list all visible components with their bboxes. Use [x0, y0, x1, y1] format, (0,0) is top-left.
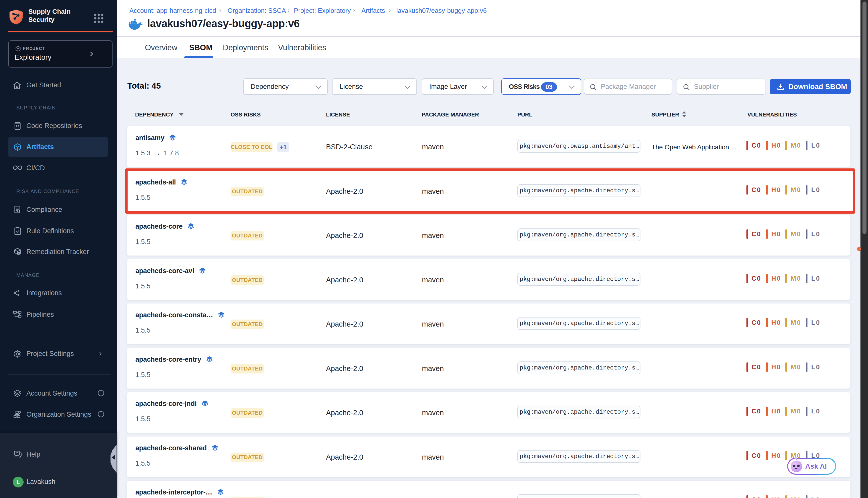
- svg-text:?: ?: [16, 451, 18, 455]
